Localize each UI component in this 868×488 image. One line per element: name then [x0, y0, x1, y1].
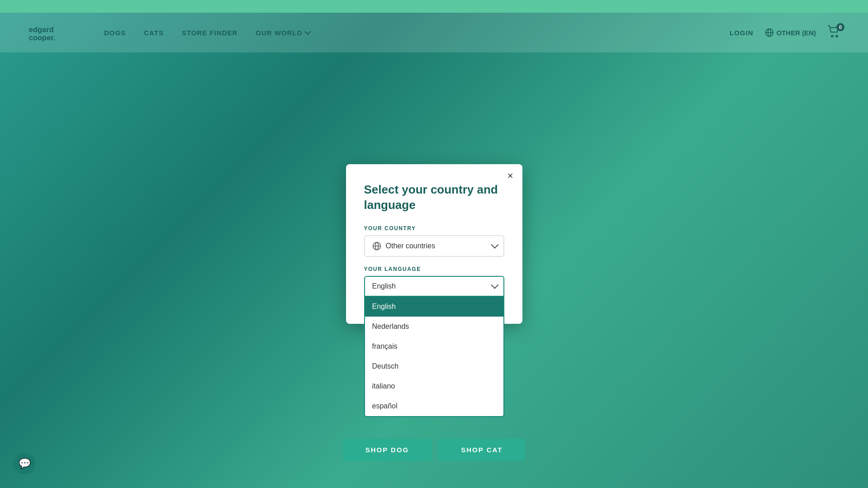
language-chevron-icon [491, 281, 498, 289]
language-selected-value: English [372, 282, 396, 290]
country-select-wrapper: Other countries [364, 235, 504, 257]
language-option-italian[interactable]: italiano [365, 376, 503, 396]
modal-close-button[interactable]: × [508, 171, 513, 181]
language-option-english[interactable]: English [365, 297, 503, 317]
country-select[interactable]: Other countries [364, 235, 504, 257]
language-option-french[interactable]: français [365, 336, 503, 356]
country-language-modal: × Select your country and language YOUR … [346, 164, 522, 324]
language-option-german[interactable]: Deutsch [365, 356, 503, 376]
language-select-wrapper: English English Nederlands français Deut… [364, 276, 504, 297]
language-option-spanish[interactable]: español [365, 396, 503, 416]
country-globe-icon [372, 242, 381, 251]
modal-title: Select your country and language [364, 182, 504, 213]
language-option-dutch[interactable]: Nederlands [365, 317, 503, 336]
modal-overlay: × Select your country and language YOUR … [0, 0, 868, 488]
country-field-label: YOUR COUNTRY [364, 225, 504, 232]
chat-icon: 💬 [19, 458, 31, 469]
country-chevron-icon [491, 241, 498, 249]
language-field-label: YOUR LANGUAGE [364, 266, 504, 272]
country-selected-value: Other countries [386, 242, 435, 250]
chat-widget[interactable]: 💬 [14, 453, 35, 474]
language-dropdown: English Nederlands français Deutsch ital… [364, 297, 504, 417]
language-select[interactable]: English [364, 276, 504, 297]
